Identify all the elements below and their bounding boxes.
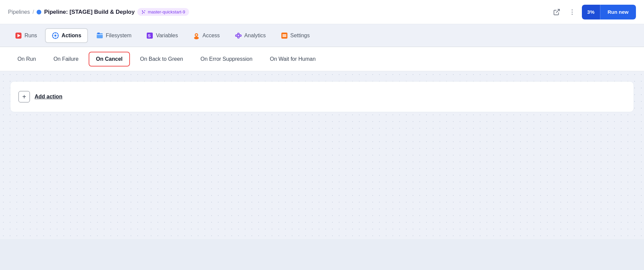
svg-point-22 (196, 34, 197, 36)
run-new-button[interactable]: Run new (600, 5, 636, 19)
svg-point-25 (239, 35, 241, 36)
tab-filesystem[interactable]: Filesystem (89, 28, 138, 43)
svg-line-29 (237, 36, 238, 37)
pipelines-link[interactable]: Pipelines (8, 9, 30, 15)
actions-icon (52, 32, 59, 39)
tab-filesystem-label: Filesystem (106, 33, 131, 39)
subtab-on-run[interactable]: On Run (10, 52, 43, 66)
tab-runs-label: Runs (25, 33, 37, 39)
tab-actions-label: Actions (61, 33, 81, 39)
svg-point-3 (571, 14, 572, 15)
tab-analytics[interactable]: Analytics (228, 28, 273, 43)
subtab-on-failure[interactable]: On Failure (46, 52, 86, 66)
svg-rect-33 (282, 35, 286, 36)
filesystem-icon (96, 32, 103, 39)
svg-line-0 (556, 9, 559, 12)
pipeline-title: Pipeline: [STAGE] Build & Deploy (44, 9, 135, 15)
external-link-button[interactable] (551, 6, 562, 18)
add-action-icon-button[interactable]: + (18, 91, 30, 102)
subtab-on-failure-label: On Failure (53, 56, 79, 62)
subtab-on-wait-for-human-label: On Wait for Human (270, 56, 316, 62)
tab-variables-label: Variables (156, 33, 178, 39)
tab-actions[interactable]: Actions (45, 28, 88, 43)
more-options-button[interactable] (566, 6, 578, 18)
tab-settings[interactable]: Settings (274, 28, 317, 43)
header-actions: 3% Run new (551, 5, 636, 19)
subtab-on-back-to-green[interactable]: On Back to Green (133, 52, 190, 66)
svg-line-28 (239, 34, 240, 35)
progress-button[interactable]: 3% (582, 5, 600, 19)
subtab-on-wait-for-human[interactable]: On Wait for Human (263, 52, 323, 66)
subtab-on-error-suppression[interactable]: On Error Suppression (193, 52, 260, 66)
runs-icon (15, 32, 22, 39)
subtab-on-cancel-label: On Cancel (96, 56, 123, 62)
tab-access-label: Access (202, 33, 220, 39)
svg-point-21 (194, 37, 199, 39)
tab-variables[interactable]: S Variables (139, 28, 185, 43)
svg-rect-32 (282, 34, 286, 35)
settings-icon (281, 32, 288, 39)
subtab-on-error-suppression-label: On Error Suppression (200, 56, 252, 62)
access-icon (193, 32, 200, 39)
tab-access[interactable]: Access (186, 28, 227, 43)
tab-runs[interactable]: Runs (8, 28, 44, 43)
content-area: + Add action (0, 71, 644, 239)
subtab-on-back-to-green-label: On Back to Green (140, 56, 183, 62)
pipeline-status-dot (37, 10, 41, 14)
branch-badge[interactable]: master-quickstart-9 (137, 8, 189, 16)
subtab-on-run-label: On Run (17, 56, 36, 62)
breadcrumb: Pipelines / Pipeline: [STAGE] Build & De… (8, 8, 547, 16)
sub-tabs: On Run On Failure On Cancel On Back to G… (0, 47, 644, 71)
branch-name: master-quickstart-9 (148, 9, 185, 14)
svg-line-27 (237, 34, 238, 35)
run-new-group: 3% Run new (582, 5, 636, 19)
svg-text:S: S (148, 33, 151, 38)
svg-rect-34 (282, 36, 286, 37)
tab-analytics-label: Analytics (244, 33, 266, 39)
plus-icon: + (22, 93, 26, 101)
external-link-icon (553, 8, 560, 16)
subtab-on-cancel[interactable]: On Cancel (89, 52, 130, 66)
branch-icon (141, 10, 146, 14)
svg-point-7 (54, 35, 56, 37)
main-tabs: Runs Actions (0, 24, 644, 47)
svg-point-23 (235, 35, 237, 36)
add-action-card: + Add action (10, 81, 634, 112)
svg-rect-17 (97, 33, 100, 34)
svg-point-1 (571, 9, 572, 10)
more-options-icon (568, 8, 576, 16)
svg-point-2 (571, 11, 572, 12)
svg-line-30 (239, 36, 240, 37)
tab-settings-label: Settings (290, 33, 310, 39)
header: Pipelines / Pipeline: [STAGE] Build & De… (0, 0, 644, 24)
add-action-label[interactable]: Add action (35, 94, 62, 100)
breadcrumb-separator: / (33, 9, 34, 15)
variables-icon: S (146, 32, 153, 39)
analytics-icon (235, 32, 242, 39)
